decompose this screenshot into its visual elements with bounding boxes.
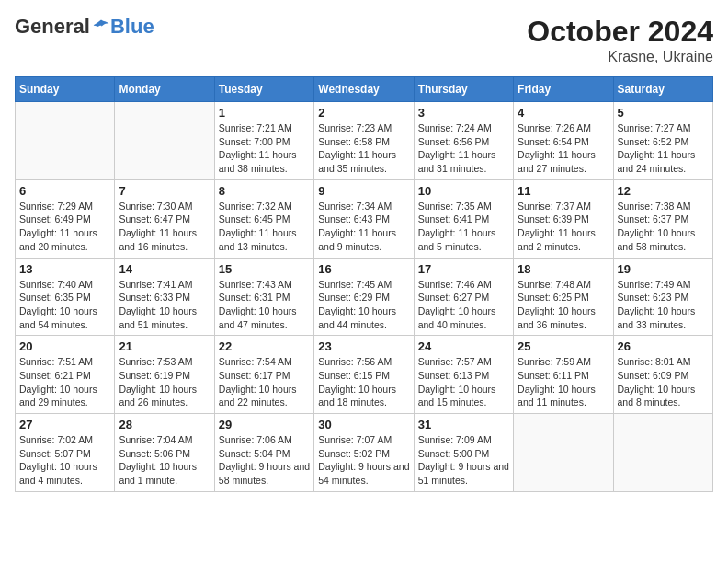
day-info: Sunrise: 8:01 AMSunset: 6:09 PMDaylight:… bbox=[618, 355, 709, 409]
calendar-cell: 8Sunrise: 7:32 AMSunset: 6:45 PMDaylight… bbox=[214, 179, 313, 258]
day-number: 19 bbox=[618, 262, 709, 276]
calendar-cell: 11Sunrise: 7:37 AMSunset: 6:39 PMDayligh… bbox=[514, 179, 613, 258]
day-info: Sunrise: 7:09 AMSunset: 5:00 PMDaylight:… bbox=[418, 433, 509, 488]
weekday-header: Thursday bbox=[414, 77, 513, 102]
calendar-cell: 7Sunrise: 7:30 AMSunset: 6:47 PMDaylight… bbox=[115, 179, 214, 258]
day-number: 21 bbox=[119, 339, 210, 353]
day-info: Sunrise: 7:35 AMSunset: 6:41 PMDaylight:… bbox=[418, 200, 509, 254]
day-info: Sunrise: 7:37 AMSunset: 6:39 PMDaylight:… bbox=[518, 200, 609, 254]
day-number: 24 bbox=[418, 339, 509, 353]
day-number: 27 bbox=[19, 418, 110, 431]
day-number: 30 bbox=[318, 418, 409, 431]
day-number: 12 bbox=[618, 184, 709, 198]
calendar-cell: 6Sunrise: 7:29 AMSunset: 6:49 PMDaylight… bbox=[16, 179, 115, 258]
weekday-header-row: SundayMondayTuesdayWednesdayThursdayFrid… bbox=[16, 77, 713, 102]
day-info: Sunrise: 7:34 AMSunset: 6:43 PMDaylight:… bbox=[318, 200, 409, 254]
calendar-cell: 9Sunrise: 7:34 AMSunset: 6:43 PMDaylight… bbox=[314, 179, 414, 258]
calendar-cell: 31Sunrise: 7:09 AMSunset: 5:00 PMDayligh… bbox=[414, 414, 513, 492]
calendar-cell: 23Sunrise: 7:56 AMSunset: 6:15 PMDayligh… bbox=[314, 336, 414, 414]
calendar-cell: 18Sunrise: 7:48 AMSunset: 6:25 PMDayligh… bbox=[514, 258, 613, 336]
calendar-cell: 22Sunrise: 7:54 AMSunset: 6:17 PMDayligh… bbox=[214, 336, 313, 414]
calendar-week-row: 13Sunrise: 7:40 AMSunset: 6:35 PMDayligh… bbox=[16, 258, 713, 336]
calendar-cell: 12Sunrise: 7:38 AMSunset: 6:37 PMDayligh… bbox=[613, 179, 712, 258]
day-info: Sunrise: 7:07 AMSunset: 5:02 PMDaylight:… bbox=[318, 433, 409, 488]
day-info: Sunrise: 7:56 AMSunset: 6:15 PMDaylight:… bbox=[318, 355, 409, 409]
calendar-cell: 27Sunrise: 7:02 AMSunset: 5:07 PMDayligh… bbox=[16, 414, 115, 492]
day-info: Sunrise: 7:23 AMSunset: 6:58 PMDaylight:… bbox=[318, 121, 409, 176]
calendar-cell bbox=[613, 414, 712, 492]
calendar-cell: 10Sunrise: 7:35 AMSunset: 6:41 PMDayligh… bbox=[414, 179, 513, 258]
day-number: 2 bbox=[318, 106, 409, 120]
day-info: Sunrise: 7:43 AMSunset: 6:31 PMDaylight:… bbox=[219, 278, 310, 332]
calendar-cell: 24Sunrise: 7:57 AMSunset: 6:13 PMDayligh… bbox=[414, 336, 513, 414]
day-info: Sunrise: 7:49 AMSunset: 6:23 PMDaylight:… bbox=[618, 278, 709, 332]
calendar-cell: 3Sunrise: 7:24 AMSunset: 6:56 PMDaylight… bbox=[414, 102, 513, 180]
calendar-cell: 5Sunrise: 7:27 AMSunset: 6:52 PMDaylight… bbox=[613, 102, 712, 180]
day-number: 9 bbox=[318, 184, 409, 198]
weekday-header: Wednesday bbox=[314, 77, 414, 102]
calendar-cell: 4Sunrise: 7:26 AMSunset: 6:54 PMDaylight… bbox=[514, 102, 613, 180]
day-info: Sunrise: 7:30 AMSunset: 6:47 PMDaylight:… bbox=[119, 200, 210, 254]
calendar-cell: 21Sunrise: 7:53 AMSunset: 6:19 PMDayligh… bbox=[115, 336, 214, 414]
location-subtitle: Krasne, Ukraine bbox=[527, 49, 713, 65]
calendar-cell: 30Sunrise: 7:07 AMSunset: 5:02 PMDayligh… bbox=[314, 414, 414, 492]
calendar-cell: 1Sunrise: 7:21 AMSunset: 7:00 PMDaylight… bbox=[214, 102, 313, 180]
day-info: Sunrise: 7:40 AMSunset: 6:35 PMDaylight:… bbox=[19, 278, 110, 332]
calendar-cell: 14Sunrise: 7:41 AMSunset: 6:33 PMDayligh… bbox=[115, 258, 214, 336]
day-number: 15 bbox=[219, 262, 310, 276]
day-info: Sunrise: 7:21 AMSunset: 7:00 PMDaylight:… bbox=[219, 121, 310, 176]
day-info: Sunrise: 7:57 AMSunset: 6:13 PMDaylight:… bbox=[418, 355, 509, 409]
day-number: 10 bbox=[418, 184, 509, 198]
calendar-cell: 17Sunrise: 7:46 AMSunset: 6:27 PMDayligh… bbox=[414, 258, 513, 336]
day-number: 22 bbox=[219, 339, 310, 353]
day-number: 18 bbox=[518, 262, 609, 276]
day-number: 16 bbox=[318, 262, 409, 276]
logo: General Blue bbox=[15, 15, 154, 39]
day-number: 7 bbox=[119, 184, 210, 198]
day-number: 28 bbox=[119, 418, 210, 431]
day-number: 17 bbox=[418, 262, 509, 276]
logo-general-text: General bbox=[15, 15, 90, 39]
weekday-header: Tuesday bbox=[214, 77, 313, 102]
logo-blue-text: Blue bbox=[110, 15, 154, 39]
calendar-cell: 26Sunrise: 8:01 AMSunset: 6:09 PMDayligh… bbox=[613, 336, 712, 414]
day-number: 29 bbox=[219, 418, 310, 431]
day-number: 20 bbox=[19, 339, 110, 353]
day-number: 23 bbox=[318, 339, 409, 353]
day-info: Sunrise: 7:04 AMSunset: 5:06 PMDaylight:… bbox=[119, 433, 210, 488]
logo-bird-icon bbox=[92, 17, 110, 36]
day-info: Sunrise: 7:24 AMSunset: 6:56 PMDaylight:… bbox=[418, 121, 509, 176]
calendar-cell: 20Sunrise: 7:51 AMSunset: 6:21 PMDayligh… bbox=[16, 336, 115, 414]
calendar-cell bbox=[115, 102, 214, 180]
day-info: Sunrise: 7:32 AMSunset: 6:45 PMDaylight:… bbox=[219, 200, 310, 254]
calendar-cell: 29Sunrise: 7:06 AMSunset: 5:04 PMDayligh… bbox=[214, 414, 313, 492]
day-info: Sunrise: 7:48 AMSunset: 6:25 PMDaylight:… bbox=[518, 278, 609, 332]
calendar-week-row: 1Sunrise: 7:21 AMSunset: 7:00 PMDaylight… bbox=[16, 102, 713, 180]
calendar-cell bbox=[514, 414, 613, 492]
calendar-cell: 19Sunrise: 7:49 AMSunset: 6:23 PMDayligh… bbox=[613, 258, 712, 336]
calendar-week-row: 20Sunrise: 7:51 AMSunset: 6:21 PMDayligh… bbox=[16, 336, 713, 414]
day-number: 5 bbox=[618, 106, 709, 120]
calendar-cell: 2Sunrise: 7:23 AMSunset: 6:58 PMDaylight… bbox=[314, 102, 414, 180]
day-info: Sunrise: 7:06 AMSunset: 5:04 PMDaylight:… bbox=[219, 433, 310, 488]
calendar-cell bbox=[16, 102, 115, 180]
day-number: 11 bbox=[518, 184, 609, 198]
calendar-cell: 15Sunrise: 7:43 AMSunset: 6:31 PMDayligh… bbox=[214, 258, 313, 336]
calendar-cell: 13Sunrise: 7:40 AMSunset: 6:35 PMDayligh… bbox=[16, 258, 115, 336]
weekday-header: Monday bbox=[115, 77, 214, 102]
day-number: 1 bbox=[219, 106, 310, 120]
day-info: Sunrise: 7:38 AMSunset: 6:37 PMDaylight:… bbox=[618, 200, 709, 254]
day-info: Sunrise: 7:02 AMSunset: 5:07 PMDaylight:… bbox=[19, 433, 110, 488]
month-year-title: October 2024 bbox=[527, 15, 713, 49]
calendar-table: SundayMondayTuesdayWednesdayThursdayFrid… bbox=[15, 76, 713, 492]
calendar-cell: 16Sunrise: 7:45 AMSunset: 6:29 PMDayligh… bbox=[314, 258, 414, 336]
day-info: Sunrise: 7:41 AMSunset: 6:33 PMDaylight:… bbox=[119, 278, 210, 332]
calendar-week-row: 6Sunrise: 7:29 AMSunset: 6:49 PMDaylight… bbox=[16, 179, 713, 258]
day-info: Sunrise: 7:26 AMSunset: 6:54 PMDaylight:… bbox=[518, 121, 609, 176]
day-number: 6 bbox=[19, 184, 110, 198]
day-info: Sunrise: 7:59 AMSunset: 6:11 PMDaylight:… bbox=[518, 355, 609, 409]
day-info: Sunrise: 7:46 AMSunset: 6:27 PMDaylight:… bbox=[418, 278, 509, 332]
day-info: Sunrise: 7:45 AMSunset: 6:29 PMDaylight:… bbox=[318, 278, 409, 332]
day-info: Sunrise: 7:53 AMSunset: 6:19 PMDaylight:… bbox=[119, 355, 210, 409]
weekday-header: Sunday bbox=[16, 77, 115, 102]
